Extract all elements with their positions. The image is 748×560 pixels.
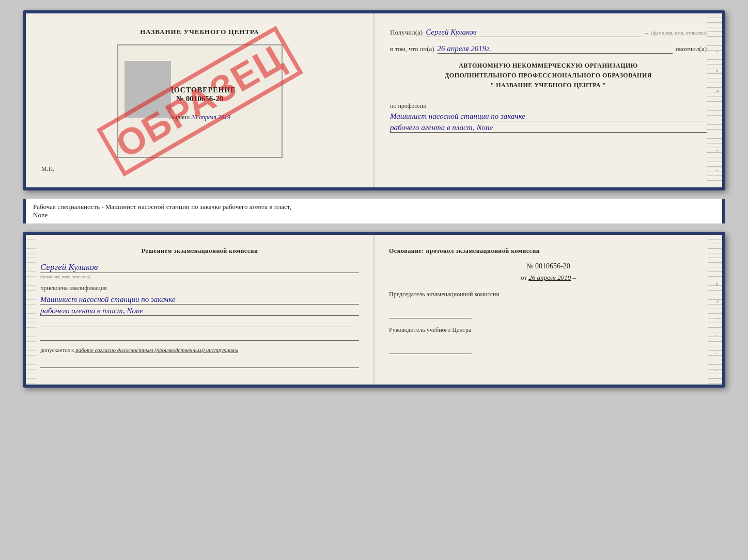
issued-date: 26 апреля 2019	[191, 114, 230, 121]
photo-placeholder	[124, 61, 171, 118]
допускается-value: работе согласно должностным (производств…	[75, 347, 238, 353]
cert-title: УДОСТОВЕРЕНИЕ	[163, 86, 236, 94]
bottom-left-panel: Решением экзаменационной комиссии Сергей…	[26, 235, 375, 385]
top-document-spread: НАЗВАНИЕ УЧЕБНОГО ЦЕНТРА ОБРАЗЕЦ УДОСТОВ…	[23, 10, 725, 190]
protocol-number-value: № 0010656-20	[526, 262, 570, 270]
допускается-prefix: допускается к	[40, 347, 74, 353]
protocol-date-dash: –	[573, 274, 576, 281]
cert-issued: Выдано 26 апреля 2019	[169, 114, 230, 121]
bottom-name: Сергей Кулаков	[40, 262, 359, 273]
qual-label: присвоена квалификация	[40, 284, 359, 292]
chairman-label: Председатель экзаменационной комиссии	[389, 290, 708, 299]
director-section: Руководитель учебного Центра	[389, 326, 708, 354]
chairman-section: Председатель экзаменационной комиссии	[389, 290, 708, 318]
certificate-box: ОБРАЗЕЦ УДОСТОВЕРЕНИЕ № 0010656-20 Выдан…	[117, 44, 283, 158]
director-sig-line	[389, 345, 472, 354]
center-title-top: НАЗВАНИЕ УЧЕБНОГО ЦЕНТРА	[140, 28, 259, 36]
top-right-panel: Получил(а) Сергей Кулаков – (фамилия, им…	[375, 13, 722, 187]
protocol-date: от 26 апреля 2019 –	[389, 274, 708, 282]
right-content: Получил(а) Сергей Кулаков – (фамилия, им…	[390, 28, 707, 133]
profession-label: по профессии	[390, 102, 707, 110]
director-label: Руководитель учебного Центра	[389, 326, 708, 334]
org-line3: " НАЗВАНИЕ УЧЕБНОГО ЦЕНТРА "	[390, 81, 707, 90]
top-left-panel: НАЗВАНИЕ УЧЕБНОГО ЦЕНТРА ОБРАЗЕЦ УДОСТОВ…	[26, 13, 375, 187]
qual-line2: рабочего агента в пласт, None	[40, 307, 359, 316]
separator-text-line1: Рабочая специальность - Машинист насосно…	[33, 203, 715, 211]
blank-line-1	[40, 318, 359, 327]
protocol-date-value: 26 апреля 2019	[528, 274, 571, 281]
qual-line1: Машинист насосной станции по закачке	[40, 295, 359, 305]
profession-line1: Машинист насосной станции по закачке	[390, 112, 707, 121]
bottom-document-spread: Решением экзаменационной комиссии Сергей…	[23, 232, 725, 388]
basis-heading: Основание: протокол экзаменационной коми…	[389, 247, 708, 255]
received-label: Получил(а)	[390, 28, 423, 37]
side-dashes-bottom-right: – – и ,а ←- – – –	[713, 235, 721, 385]
допускается-block: допускается к работе согласно должностны…	[40, 346, 359, 355]
org-block: АВТОНОМНУЮ НЕКОММЕРЧЕСКУЮ ОРГАНИЗАЦИЮ ДО…	[390, 61, 707, 91]
received-row: Получил(а) Сергей Кулаков – (фамилия, им…	[390, 28, 707, 37]
issued-label: Выдано	[169, 114, 190, 121]
in-that-row: в том, что он(а) 26 апреля 2019г. окончи…	[390, 44, 707, 54]
blank-line-3	[40, 359, 359, 368]
bottom-right-panel: Основание: протокол экзаменационной коми…	[375, 235, 722, 385]
org-line2: ДОПОЛНИТЕЛЬНОГО ПРОФЕССИОНАЛЬНОГО ОБРАЗО…	[390, 71, 707, 81]
separator-text-line2: None	[33, 211, 715, 219]
chairman-sig-line	[389, 309, 472, 318]
cert-number: № 0010656-20	[176, 94, 223, 103]
received-name: Сергей Кулаков	[426, 28, 642, 37]
org-line1: АВТОНОМНУЮ НЕКОММЕРЧЕСКУЮ ОРГАНИЗАЦИЮ	[390, 61, 707, 71]
in-that-date: 26 апреля 2019г.	[438, 44, 673, 54]
finished-label: окончил(а)	[676, 45, 707, 53]
protocol-date-prefix: от	[521, 274, 527, 281]
in-that-label: в том, что он(а)	[390, 45, 434, 53]
protocol-number: № 0010656-20	[389, 262, 708, 270]
bottom-left-heading: Решением экзаменационной комиссии	[40, 247, 359, 255]
separator-section: Рабочая специальность - Машинист насосно…	[23, 199, 725, 223]
profession-line2: рабочего агента в пласт, None	[390, 123, 707, 133]
name-hint-top: (фамилия, имя, отчество)	[651, 30, 707, 36]
blank-line-2	[40, 331, 359, 341]
mp-label: М.П.	[41, 165, 54, 173]
side-dashes-right: – – и ,а ←- – – –	[713, 13, 721, 187]
profession-block: по профессии Машинист насосной станции п…	[390, 98, 707, 133]
bottom-name-hint: (фамилия, имя, отчество)	[40, 274, 359, 279]
